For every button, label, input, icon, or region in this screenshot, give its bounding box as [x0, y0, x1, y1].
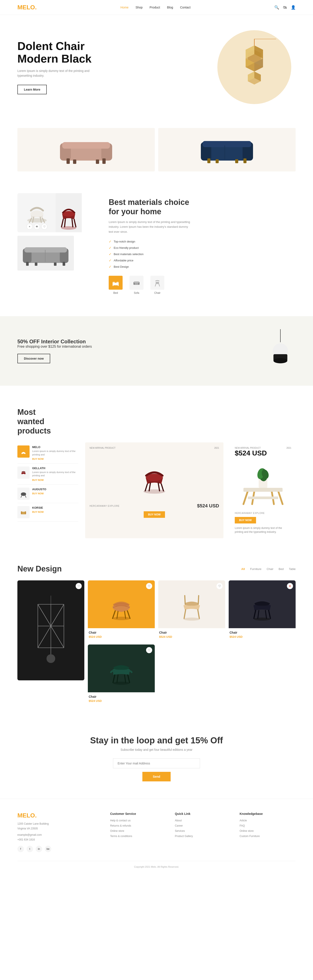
check-icon: ✓	[109, 246, 112, 250]
featured-large-year: 2021	[286, 447, 291, 449]
footer-link[interactable]: Returns & refunds	[110, 824, 166, 827]
footer-link[interactable]: Online store	[240, 829, 295, 832]
nav-blog[interactable]: Blog	[167, 6, 173, 9]
promo-banner: 50% OFF Interior Collection Free shoppin…	[0, 316, 313, 386]
facebook-icon[interactable]: f	[18, 846, 24, 852]
nav-home[interactable]: Home	[120, 6, 128, 9]
user-icon[interactable]: 👤	[291, 5, 295, 10]
newsletter-form: Send	[18, 758, 295, 781]
footer-link[interactable]: Career	[175, 824, 231, 827]
svg-rect-83	[243, 488, 283, 492]
nav-icons: 🔍 🛍 👤	[274, 5, 295, 10]
svg-point-35	[61, 226, 76, 230]
new-design-title: New Design	[18, 564, 62, 573]
wicker-heart-button[interactable]: ♡	[146, 583, 152, 589]
feature-item: ✓ Top-notch design	[109, 239, 295, 243]
footer-link[interactable]: About	[175, 819, 231, 822]
instagram-icon[interactable]: in	[36, 846, 42, 852]
featured-chair-image	[135, 453, 174, 497]
check-icon: ✓	[109, 239, 112, 243]
green-heart-button[interactable]: ♡	[146, 647, 152, 653]
twitter-icon[interactable]: t	[27, 846, 33, 852]
search-icon[interactable]: 🔍	[274, 5, 279, 10]
mw-buy-korsie[interactable]: BUY NOW	[32, 511, 78, 513]
footer-link[interactable]: FAQ	[240, 824, 295, 827]
filter-tabs: All Furniture Chair Bed Table	[241, 567, 295, 571]
mw-thumb-korsie	[18, 506, 30, 518]
featured-tag: NEW ARRIVAL PRODUCT	[89, 447, 115, 449]
quick-link-links: About Career Services Product Gallery	[175, 819, 231, 838]
hero-cta-button[interactable]: Learn More	[18, 85, 47, 94]
white-chair-image: + 👁 ♡	[18, 193, 56, 232]
footer-link[interactable]: Services	[175, 829, 231, 832]
hero-text: Dolent Chair Modern Black Lorem Ipsum is…	[18, 40, 91, 94]
quick-link-title: Quick Link	[175, 812, 231, 816]
filter-bed[interactable]: Bed	[279, 567, 284, 571]
nav-product[interactable]: Product	[150, 6, 160, 9]
footer-quick-link: Quick Link About Career Services Product…	[175, 812, 231, 852]
materials-section: + 👁 ♡	[0, 180, 313, 307]
black-heart-button[interactable]: ♥	[287, 583, 293, 589]
svg-rect-71	[21, 511, 22, 514]
promo-title: 50% OFF Interior Collection	[18, 339, 92, 345]
mw-buy-gellath[interactable]: BUY NOW	[32, 479, 78, 481]
svg-rect-19	[96, 159, 99, 164]
nav-shop[interactable]: Shop	[136, 6, 142, 9]
svg-line-120	[125, 675, 126, 682]
featured-buy-button[interactable]: BUY NOW	[144, 511, 165, 518]
category-chair[interactable]: Chair	[150, 276, 164, 294]
filter-table[interactable]: Table	[289, 567, 295, 571]
nd-card-green: ♡ Chair $524 USD	[88, 644, 155, 705]
behance-icon[interactable]: be	[45, 846, 51, 852]
category-sofa[interactable]: Sofa	[129, 276, 144, 294]
feature-item: ✓ Best materials selection	[109, 252, 295, 256]
footer-link[interactable]: Article	[240, 819, 295, 822]
mw-info-melo: MELO Lorem ipsum is simply dummy text of…	[32, 445, 78, 460]
black-card-info: Chair $524 USD	[229, 628, 295, 641]
filter-chair[interactable]: Chair	[267, 567, 273, 571]
nd-card-black: ♥ Chair $524 USD	[229, 581, 295, 641]
mw-item-augusto: AUGUSTO BUY NOW	[18, 485, 78, 503]
footer-link[interactable]: Online store	[110, 829, 166, 832]
nav-contact[interactable]: Contact	[180, 6, 190, 9]
mw-buy-augusto[interactable]: BUY NOW	[32, 492, 78, 495]
materials-text: Best materials choice for your home Lore…	[109, 193, 295, 294]
cart-icon[interactable]: 🛍	[283, 5, 287, 10]
lamp-card-image: ♡	[18, 581, 84, 680]
wooden-card-info: Chair $524 USD	[158, 628, 225, 641]
category-bed[interactable]: Bed	[109, 276, 123, 294]
lamp-heart-button[interactable]: ♡	[76, 583, 82, 589]
promo-lamp-image	[261, 329, 295, 373]
hero-circle	[217, 30, 291, 104]
footer-grid: MELO. 1205 Caister Lane Building Virgini…	[18, 812, 295, 852]
newsletter-title: Stay in the loop and get 15% Off	[18, 735, 295, 745]
footer-link[interactable]: Custom Furniture	[240, 835, 295, 838]
wishlist-btn[interactable]: ♡	[41, 224, 47, 230]
svg-point-101	[113, 617, 130, 620]
filter-furniture[interactable]: Furniture	[250, 567, 262, 571]
mw-item-gellath: GELLATH Lorem ipsum is simply dummy text…	[18, 463, 78, 485]
materials-description: Lorem Ipsum is simply dummy text of the …	[109, 220, 191, 234]
send-button[interactable]: Send	[142, 772, 171, 781]
add-to-cart-btn[interactable]: +	[27, 224, 33, 230]
svg-point-73	[144, 489, 165, 494]
footer-link[interactable]: Help & contact us	[110, 819, 166, 822]
email-input[interactable]	[113, 758, 200, 768]
wooden-heart-button[interactable]: ♡	[217, 583, 223, 589]
view-btn[interactable]: 👁	[34, 224, 40, 230]
svg-line-113	[269, 610, 270, 619]
check-icon: ✓	[109, 258, 112, 262]
most-wanted-list: MELO Lorem ipsum is simply dummy text of…	[18, 442, 78, 538]
most-wanted-title: Most wanted products	[18, 407, 61, 436]
sofas-section	[0, 119, 313, 180]
mw-buy-melo[interactable]: BUY NOW	[32, 458, 78, 460]
promo-cta-button[interactable]: Discover now	[18, 354, 50, 363]
footer-link[interactable]: Product Gallery	[175, 835, 231, 838]
footer-link[interactable]: Terms & conditions	[110, 835, 166, 838]
featured-large-buy[interactable]: BUY NOW	[235, 517, 256, 523]
pink-sofa-image	[56, 132, 117, 167]
nd-card-wooden: ♡ Chair $524 USD	[158, 581, 225, 641]
check-icon: ✓	[109, 252, 112, 256]
filter-all[interactable]: All	[241, 567, 245, 571]
new-design-grid: ♡	[18, 581, 295, 705]
